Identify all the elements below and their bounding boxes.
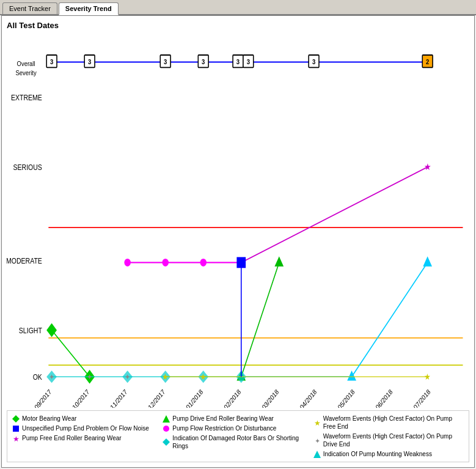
legend-item-motor-bearing: Motor Bearing Wear [12,415,163,423]
pump-free-end-icon: ★ [12,435,20,442]
svg-point-84 [163,426,169,432]
svg-text:06/2018: 06/2018 [375,388,394,408]
svg-text:01/2018: 01/2018 [185,388,204,408]
legend-col-1: Motor Bearing Wear Unspecified Pump End … [12,415,163,458]
svg-text:SLIGHT: SLIGHT [19,326,42,334]
legend-item-pump-free-end: ★ Pump Free End Roller Bearing Wear [12,434,163,442]
svg-text:✦: ✦ [87,372,92,381]
svg-text:2: 2 [426,58,429,65]
svg-text:★: ★ [162,372,169,382]
legend-col-3: ★ Waveform Events (High Crest Factor) On… [313,415,464,458]
pump-flow-label: Pump Flow Restriction Or Disturbance [172,424,276,432]
svg-text:11/2017: 11/2017 [109,388,128,408]
svg-marker-71 [423,256,432,267]
waveform-free-icon: ★ [313,419,321,426]
svg-text:Overall: Overall [17,60,35,67]
svg-marker-52 [274,256,284,267]
unspecified-pump-label: Unspecified Pump End Problem Or Flow Noi… [22,424,149,432]
severity-chart: OK SLIGHT MODERATE SERIOUS EXTREME Overa… [7,35,469,408]
motor-bearing-icon [12,415,20,423]
svg-text:★: ★ [313,419,320,426]
svg-point-57 [162,259,169,267]
app-container: Event Tracker Severity Trend All Test Da… [0,0,476,469]
mounting-weakness-label: Indication Of Pump Mounting Weakness [323,450,432,458]
mounting-weakness-icon [313,451,321,458]
svg-text:OK: OK [33,372,42,381]
svg-text:04/2018: 04/2018 [299,388,318,408]
svg-text:05/2018: 05/2018 [337,388,356,408]
pump-flow-icon [163,425,170,432]
legend-item-damaged-rotor: Indication Of Damaged Rotor Bars Or Shor… [163,434,313,450]
tab-bar: Event Tracker Severity Trend [0,0,476,15]
svg-text:07/2018: 07/2018 [412,388,431,408]
legend-item-mounting-weakness: Indication Of Pump Mounting Weakness [313,450,464,458]
svg-text:3: 3 [202,58,205,65]
svg-text:★: ★ [13,435,20,442]
svg-rect-81 [13,426,19,432]
svg-text:3: 3 [236,58,240,65]
svg-text:10/2017: 10/2017 [71,388,90,408]
svg-line-38 [52,330,90,377]
svg-marker-80 [12,415,20,423]
tab-severity-trend[interactable]: Severity Trend [59,2,119,15]
svg-marker-85 [163,438,170,446]
damaged-rotor-icon [163,438,170,446]
waveform-drive-label: Waveform Events (High Crest Factor) On P… [323,432,464,448]
pump-drive-end-icon [163,415,170,423]
svg-text:02/2018: 02/2018 [223,388,242,408]
svg-text:SERIOUS: SERIOUS [13,163,42,171]
svg-text:03/2018: 03/2018 [261,388,280,408]
damaged-rotor-label: Indication Of Damaged Rotor Bars Or Shor… [172,434,313,450]
legend-item-pump-flow: Pump Flow Restriction Or Disturbance [163,424,313,432]
tab-event-tracker[interactable]: Event Tracker [2,2,57,14]
svg-point-58 [200,259,207,267]
svg-text:12/2017: 12/2017 [147,388,166,408]
legend-item-waveform-drive: ✦ Waveform Events (High Crest Factor) On… [313,432,464,448]
svg-point-56 [124,259,131,267]
legend-item-unspecified-pump: Unspecified Pump End Problem Or Flow Noi… [12,424,163,432]
svg-text:3: 3 [247,58,250,65]
legend-col-2: Pump Drive End Roller Bearing Wear Pump … [163,415,313,458]
panel-title: All Test Dates [7,21,469,30]
svg-text:✦: ✦ [314,437,320,444]
legend-item-pump-drive-end: Pump Drive End Roller Bearing Wear [163,415,313,423]
legend: Motor Bearing Wear Unspecified Pump End … [7,410,469,462]
svg-text:MODERATE: MODERATE [7,256,42,265]
svg-text:3: 3 [88,58,91,65]
svg-text:★: ★ [424,161,431,172]
svg-line-50 [241,262,279,377]
svg-text:Severity: Severity [15,69,37,76]
svg-text:09/2017: 09/2017 [34,388,53,408]
pump-free-end-label: Pump Free End Roller Bearing Wear [22,434,122,442]
chart-container: OK SLIGHT MODERATE SERIOUS EXTREME Overa… [7,35,469,408]
svg-text:★: ★ [200,372,207,382]
svg-text:✦: ✦ [125,372,130,381]
pump-drive-end-label: Pump Drive End Roller Bearing Wear [172,415,273,423]
svg-marker-83 [163,415,170,423]
unspecified-pump-icon [12,425,20,432]
svg-line-69 [352,262,428,377]
svg-text:3: 3 [50,58,53,65]
svg-marker-88 [313,451,321,458]
legend-item-waveform-free: ★ Waveform Events (High Crest Factor) On… [313,415,464,430]
waveform-free-label: Waveform Events (High Crest Factor) On P… [323,415,464,430]
svg-text:★: ★ [424,372,431,382]
main-panel: All Test Dates OK SLIGHT MODERATE SERIOU… [1,15,475,468]
waveform-drive-icon: ✦ [313,437,321,444]
svg-text:3: 3 [164,58,167,65]
svg-text:3: 3 [312,58,315,65]
motor-bearing-label: Motor Bearing Wear [22,415,76,423]
svg-line-44 [241,167,428,262]
svg-text:EXTREME: EXTREME [11,93,42,102]
svg-text:✦: ✦ [49,372,54,381]
